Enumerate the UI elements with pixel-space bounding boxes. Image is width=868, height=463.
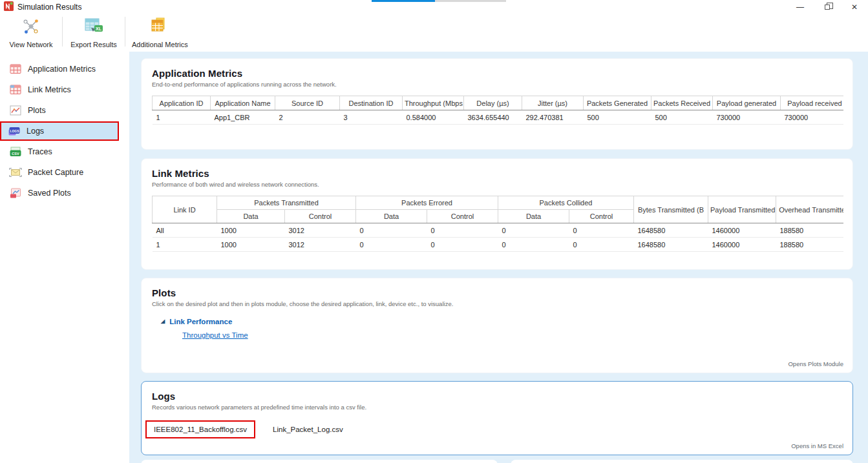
column-header: Source ID	[275, 96, 340, 110]
cell: 0	[356, 238, 427, 252]
sidebar-item-label: Packet Capture	[28, 168, 83, 177]
cell: 3012	[285, 238, 356, 252]
logs-subtitle: Records various network parameters at pr…	[152, 404, 842, 411]
cell: 500	[651, 110, 713, 125]
sidebar-item-link-metrics[interactable]: Link Metrics	[0, 80, 119, 99]
sidebar-item-application-metrics[interactable]: Application Metrics	[0, 59, 119, 79]
logs-files-row: IEEE802_11_Backofflog.csv Link_Packet_Lo…	[145, 420, 842, 438]
cell: 292.470381	[522, 110, 584, 125]
cell: 3012	[285, 223, 356, 238]
restore-icon	[825, 5, 830, 10]
cell: App1_CBR	[211, 110, 275, 125]
export-results-label: Export Results	[70, 41, 117, 48]
sidebar-item-packet-capture[interactable]: Packet Capture	[0, 163, 119, 182]
column-subheader: Control	[427, 210, 498, 223]
sidebar-item-logs[interactable]: LOGS Logs	[0, 121, 119, 141]
column-subheader: Data	[356, 210, 427, 223]
column-group-header: Packets Errored	[356, 196, 498, 210]
cell: 0.584000	[403, 110, 464, 125]
next-cards-row	[141, 460, 853, 463]
cell: 1	[153, 110, 211, 125]
column-header: Application Name	[211, 96, 275, 110]
sidebar-item-label: Saved Plots	[28, 189, 71, 198]
envelope-icon	[9, 167, 22, 178]
toolbar: View Network XL Export Results	[0, 14, 868, 52]
plots-subtitle: Click on the desired plot and then in pl…	[152, 300, 842, 307]
link-metrics-title: Link Metrics	[152, 168, 842, 179]
cell: 1000	[217, 238, 285, 252]
logs-card: Logs Records various network parameters …	[141, 381, 853, 455]
column-subheader: Data	[217, 210, 285, 223]
file-link-packet-log[interactable]: Link_Packet_Log.csv	[273, 426, 343, 433]
tree-group-link-performance[interactable]: ◢ Link Performance	[161, 318, 842, 325]
cell: 500	[584, 110, 651, 125]
file-link-backofflog[interactable]: IEEE802_11_Backofflog.csv	[145, 420, 255, 438]
cell: 1	[153, 238, 217, 252]
expander-icon: ◢	[161, 319, 165, 324]
link-metrics-table: Link ID Packets Transmitted Packets Erro…	[152, 196, 843, 252]
cell: 730000	[713, 110, 781, 125]
cell: 3634.655440	[464, 110, 522, 125]
application-metrics-card: Application Metrics End-to-end performan…	[141, 58, 853, 150]
column-header: Payload received (B	[781, 96, 844, 110]
column-header: Packets Received	[651, 96, 713, 110]
table-red-icon	[9, 64, 22, 75]
export-results-button[interactable]: XL Export Results	[64, 14, 123, 52]
window-controls: — ✕	[787, 0, 868, 14]
sidebar-item-plots[interactable]: Plots	[0, 101, 119, 120]
column-header: Payload generated	[713, 96, 781, 110]
column-group-header: Packets Transmitted	[217, 196, 356, 210]
close-button[interactable]: ✕	[841, 0, 868, 14]
partial-card	[511, 460, 853, 463]
application-metrics-title: Application Metrics	[152, 68, 842, 79]
cell: All	[153, 223, 217, 238]
table-row: 1 1000 3012 0 0 0 0 1648580 1460000 1885…	[153, 238, 844, 252]
cell: 0	[569, 223, 634, 238]
sidebar-item-label: Traces	[28, 147, 52, 156]
view-network-button[interactable]: View Network	[1, 14, 61, 52]
plots-title: Plots	[152, 287, 842, 298]
cell: 188580	[776, 238, 844, 252]
cell: 0	[427, 223, 498, 238]
additional-metrics-button[interactable]: Additional Metrics	[127, 14, 193, 52]
cell: 730000	[781, 110, 844, 125]
table-row: All 1000 3012 0 0 0 0 1648580 1460000 18…	[153, 223, 844, 238]
cell: 1000	[217, 223, 285, 238]
cell: 0	[427, 238, 498, 252]
progress-bar-fill	[372, 0, 435, 2]
view-network-label: View Network	[9, 41, 52, 48]
table-row: 1 App1_CBR 2 3 0.584000 3634.655440 292.…	[153, 110, 844, 125]
throughput-vs-time-link[interactable]: Throughput vs Time	[182, 331, 248, 339]
sidebar-item-traces[interactable]: CSV Traces	[0, 142, 119, 161]
partial-card	[141, 460, 498, 463]
tree-group-label: Link Performance	[169, 318, 232, 325]
column-header: Link ID	[153, 196, 217, 223]
svg-text:XL: XL	[96, 26, 102, 31]
close-icon: ✕	[851, 3, 858, 12]
column-header: Application ID	[153, 96, 211, 110]
column-header: Jitter (µs)	[522, 96, 584, 110]
minimize-button[interactable]: —	[787, 0, 814, 14]
window-title: Simulation Results	[17, 3, 81, 12]
plots-chart-icon	[9, 105, 22, 116]
table-header-row: Application ID Application Name Source I…	[153, 96, 844, 110]
column-header: Destination ID	[340, 96, 403, 110]
column-group-header: Packets Collided	[498, 196, 634, 210]
column-subheader: Data	[498, 210, 569, 223]
cell: 1648580	[634, 223, 708, 238]
sidebar-item-saved-plots[interactable]: Saved Plots	[0, 183, 119, 203]
cell: 0	[569, 238, 634, 252]
cell: 1648580	[634, 238, 708, 252]
cell: 0	[356, 223, 427, 238]
sidebar-item-label: Link Metrics	[28, 85, 71, 94]
saved-plots-icon	[9, 188, 22, 199]
view-network-icon	[21, 17, 41, 39]
toolbar-separator	[62, 17, 63, 46]
application-metrics-table-wrap: Application ID Application Name Source I…	[152, 96, 843, 125]
restore-button[interactable]	[814, 0, 841, 14]
progress-bar	[372, 0, 506, 2]
additional-metrics-icon	[149, 17, 171, 39]
svg-text:LOGS: LOGS	[10, 129, 19, 133]
logs-title: Logs	[152, 391, 842, 402]
plots-footer-note: Opens Plots Module	[788, 360, 843, 367]
